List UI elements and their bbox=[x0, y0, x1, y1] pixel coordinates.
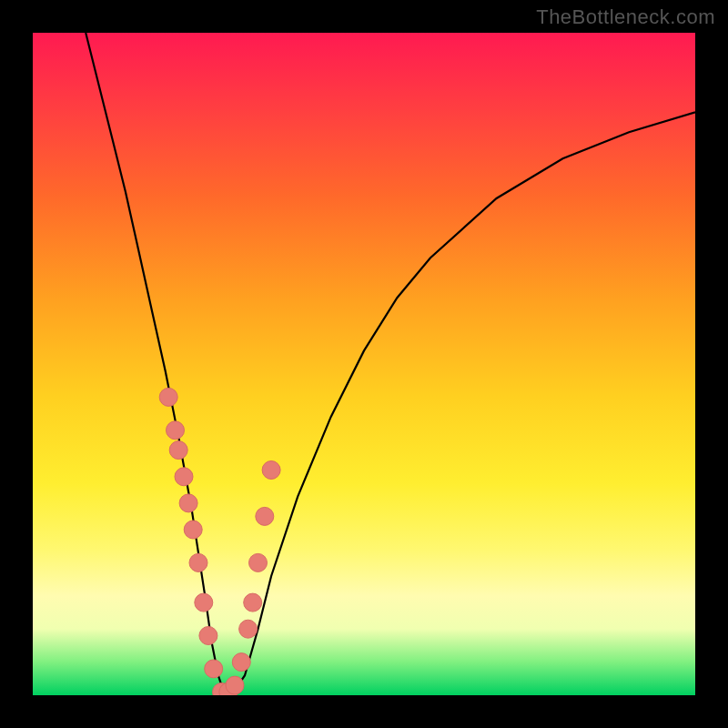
chart-frame: TheBottleneck.com bbox=[0, 0, 728, 728]
marker-dot bbox=[244, 593, 262, 612]
marker-dot bbox=[232, 653, 250, 672]
watermark-text: TheBottleneck.com bbox=[536, 5, 715, 29]
marker-dot bbox=[167, 421, 185, 440]
marker-dot bbox=[175, 468, 193, 486]
marker-dot bbox=[195, 593, 213, 612]
marker-dot bbox=[159, 388, 177, 406]
marker-dot bbox=[184, 521, 202, 539]
marker-dot bbox=[205, 660, 223, 678]
plot-area bbox=[33, 33, 695, 695]
marker-dot bbox=[179, 494, 197, 512]
marker-dot bbox=[169, 441, 187, 460]
marker-dot bbox=[226, 676, 244, 694]
marker-dot bbox=[256, 507, 274, 525]
highlight-markers bbox=[159, 388, 280, 695]
marker-dot bbox=[189, 553, 207, 571]
curve-svg bbox=[33, 33, 695, 695]
marker-dot bbox=[239, 620, 258, 638]
bottleneck-curve bbox=[86, 33, 695, 695]
marker-dot bbox=[199, 627, 217, 645]
marker-dot bbox=[249, 553, 268, 571]
marker-dot bbox=[262, 461, 280, 480]
